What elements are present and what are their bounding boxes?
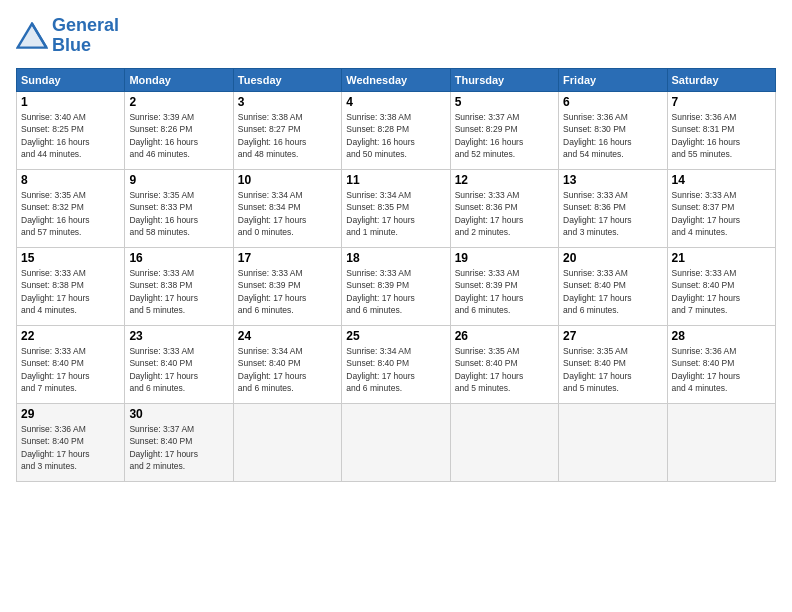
calendar-cell: 18Sunrise: 3:33 AMSunset: 8:39 PMDayligh… [342, 247, 450, 325]
calendar-header-row: SundayMondayTuesdayWednesdayThursdayFrid… [17, 68, 776, 91]
calendar-cell: 9Sunrise: 3:35 AMSunset: 8:33 PMDaylight… [125, 169, 233, 247]
day-info: Sunrise: 3:38 AMSunset: 8:28 PMDaylight:… [346, 112, 415, 159]
day-number: 3 [238, 95, 337, 109]
day-info: Sunrise: 3:34 AMSunset: 8:40 PMDaylight:… [238, 346, 307, 393]
calendar-cell: 7Sunrise: 3:36 AMSunset: 8:31 PMDaylight… [667, 91, 775, 169]
day-number: 30 [129, 407, 228, 421]
day-info: Sunrise: 3:33 AMSunset: 8:38 PMDaylight:… [21, 268, 90, 315]
svg-marker-1 [18, 23, 47, 47]
day-info: Sunrise: 3:33 AMSunset: 8:39 PMDaylight:… [346, 268, 415, 315]
day-info: Sunrise: 3:35 AMSunset: 8:33 PMDaylight:… [129, 190, 198, 237]
day-number: 7 [672, 95, 771, 109]
calendar-cell: 1Sunrise: 3:40 AMSunset: 8:25 PMDaylight… [17, 91, 125, 169]
calendar-cell: 22Sunrise: 3:33 AMSunset: 8:40 PMDayligh… [17, 325, 125, 403]
day-header-tuesday: Tuesday [233, 68, 341, 91]
calendar-table: SundayMondayTuesdayWednesdayThursdayFrid… [16, 68, 776, 482]
day-number: 19 [455, 251, 554, 265]
logo-text: General Blue [52, 16, 119, 56]
calendar-cell: 16Sunrise: 3:33 AMSunset: 8:38 PMDayligh… [125, 247, 233, 325]
calendar-week-1: 1Sunrise: 3:40 AMSunset: 8:25 PMDaylight… [17, 91, 776, 169]
logo: General Blue [16, 16, 119, 56]
day-info: Sunrise: 3:37 AMSunset: 8:40 PMDaylight:… [129, 424, 198, 471]
logo-icon [16, 22, 48, 50]
day-number: 18 [346, 251, 445, 265]
day-header-saturday: Saturday [667, 68, 775, 91]
calendar-cell [667, 403, 775, 481]
day-info: Sunrise: 3:33 AMSunset: 8:36 PMDaylight:… [563, 190, 632, 237]
day-number: 6 [563, 95, 662, 109]
day-info: Sunrise: 3:38 AMSunset: 8:27 PMDaylight:… [238, 112, 307, 159]
calendar-cell: 21Sunrise: 3:33 AMSunset: 8:40 PMDayligh… [667, 247, 775, 325]
day-number: 5 [455, 95, 554, 109]
day-number: 15 [21, 251, 120, 265]
day-number: 8 [21, 173, 120, 187]
calendar-body: 1Sunrise: 3:40 AMSunset: 8:25 PMDaylight… [17, 91, 776, 481]
day-number: 13 [563, 173, 662, 187]
day-number: 24 [238, 329, 337, 343]
day-number: 9 [129, 173, 228, 187]
day-info: Sunrise: 3:36 AMSunset: 8:30 PMDaylight:… [563, 112, 632, 159]
day-number: 2 [129, 95, 228, 109]
day-number: 22 [21, 329, 120, 343]
calendar-week-3: 15Sunrise: 3:33 AMSunset: 8:38 PMDayligh… [17, 247, 776, 325]
day-info: Sunrise: 3:34 AMSunset: 8:40 PMDaylight:… [346, 346, 415, 393]
calendar-cell: 6Sunrise: 3:36 AMSunset: 8:30 PMDaylight… [559, 91, 667, 169]
day-header-friday: Friday [559, 68, 667, 91]
calendar-cell: 25Sunrise: 3:34 AMSunset: 8:40 PMDayligh… [342, 325, 450, 403]
calendar-cell: 12Sunrise: 3:33 AMSunset: 8:36 PMDayligh… [450, 169, 558, 247]
day-number: 12 [455, 173, 554, 187]
day-info: Sunrise: 3:33 AMSunset: 8:40 PMDaylight:… [129, 346, 198, 393]
day-number: 29 [21, 407, 120, 421]
day-info: Sunrise: 3:35 AMSunset: 8:40 PMDaylight:… [563, 346, 632, 393]
day-number: 1 [21, 95, 120, 109]
calendar-cell: 24Sunrise: 3:34 AMSunset: 8:40 PMDayligh… [233, 325, 341, 403]
calendar-cell [450, 403, 558, 481]
day-info: Sunrise: 3:39 AMSunset: 8:26 PMDaylight:… [129, 112, 198, 159]
calendar-week-2: 8Sunrise: 3:35 AMSunset: 8:32 PMDaylight… [17, 169, 776, 247]
calendar-cell: 15Sunrise: 3:33 AMSunset: 8:38 PMDayligh… [17, 247, 125, 325]
calendar-cell: 3Sunrise: 3:38 AMSunset: 8:27 PMDaylight… [233, 91, 341, 169]
day-number: 4 [346, 95, 445, 109]
day-info: Sunrise: 3:35 AMSunset: 8:32 PMDaylight:… [21, 190, 90, 237]
day-number: 11 [346, 173, 445, 187]
day-info: Sunrise: 3:35 AMSunset: 8:40 PMDaylight:… [455, 346, 524, 393]
calendar-week-5: 29Sunrise: 3:36 AMSunset: 8:40 PMDayligh… [17, 403, 776, 481]
day-info: Sunrise: 3:33 AMSunset: 8:38 PMDaylight:… [129, 268, 198, 315]
day-info: Sunrise: 3:33 AMSunset: 8:37 PMDaylight:… [672, 190, 741, 237]
day-info: Sunrise: 3:33 AMSunset: 8:36 PMDaylight:… [455, 190, 524, 237]
day-header-sunday: Sunday [17, 68, 125, 91]
calendar-cell: 10Sunrise: 3:34 AMSunset: 8:34 PMDayligh… [233, 169, 341, 247]
calendar-cell: 8Sunrise: 3:35 AMSunset: 8:32 PMDaylight… [17, 169, 125, 247]
day-info: Sunrise: 3:36 AMSunset: 8:40 PMDaylight:… [21, 424, 90, 471]
day-number: 16 [129, 251, 228, 265]
day-info: Sunrise: 3:37 AMSunset: 8:29 PMDaylight:… [455, 112, 524, 159]
day-number: 10 [238, 173, 337, 187]
day-number: 26 [455, 329, 554, 343]
calendar-cell: 20Sunrise: 3:33 AMSunset: 8:40 PMDayligh… [559, 247, 667, 325]
day-info: Sunrise: 3:34 AMSunset: 8:35 PMDaylight:… [346, 190, 415, 237]
calendar-cell: 28Sunrise: 3:36 AMSunset: 8:40 PMDayligh… [667, 325, 775, 403]
day-number: 14 [672, 173, 771, 187]
day-number: 20 [563, 251, 662, 265]
day-number: 25 [346, 329, 445, 343]
page-header: General Blue [16, 16, 776, 56]
day-info: Sunrise: 3:40 AMSunset: 8:25 PMDaylight:… [21, 112, 90, 159]
calendar-cell: 11Sunrise: 3:34 AMSunset: 8:35 PMDayligh… [342, 169, 450, 247]
day-header-monday: Monday [125, 68, 233, 91]
day-info: Sunrise: 3:33 AMSunset: 8:39 PMDaylight:… [455, 268, 524, 315]
day-header-wednesday: Wednesday [342, 68, 450, 91]
calendar-week-4: 22Sunrise: 3:33 AMSunset: 8:40 PMDayligh… [17, 325, 776, 403]
calendar-cell [233, 403, 341, 481]
day-number: 21 [672, 251, 771, 265]
calendar-cell: 5Sunrise: 3:37 AMSunset: 8:29 PMDaylight… [450, 91, 558, 169]
day-info: Sunrise: 3:33 AMSunset: 8:40 PMDaylight:… [563, 268, 632, 315]
calendar-cell: 19Sunrise: 3:33 AMSunset: 8:39 PMDayligh… [450, 247, 558, 325]
day-info: Sunrise: 3:33 AMSunset: 8:39 PMDaylight:… [238, 268, 307, 315]
calendar-cell: 23Sunrise: 3:33 AMSunset: 8:40 PMDayligh… [125, 325, 233, 403]
calendar-cell: 26Sunrise: 3:35 AMSunset: 8:40 PMDayligh… [450, 325, 558, 403]
calendar-cell: 27Sunrise: 3:35 AMSunset: 8:40 PMDayligh… [559, 325, 667, 403]
day-info: Sunrise: 3:34 AMSunset: 8:34 PMDaylight:… [238, 190, 307, 237]
day-number: 27 [563, 329, 662, 343]
day-info: Sunrise: 3:33 AMSunset: 8:40 PMDaylight:… [672, 268, 741, 315]
day-number: 23 [129, 329, 228, 343]
